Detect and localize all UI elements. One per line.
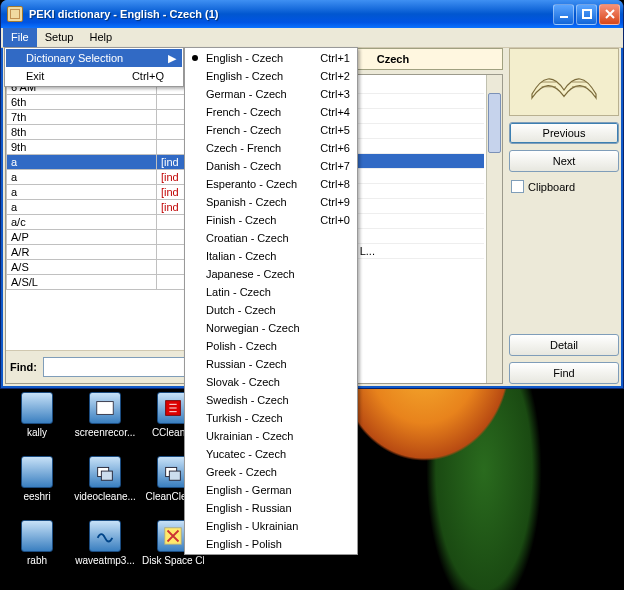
- desktop-icon[interactable]: kally: [4, 392, 70, 438]
- menuitem-dictionary-selection[interactable]: Dictionary Selection ▶: [6, 49, 182, 67]
- clipboard-checkbox[interactable]: Clipboard: [509, 178, 619, 195]
- submenu-label: Swedish - Czech: [206, 394, 289, 406]
- file-menu-dropdown: Dictionary Selection ▶ Exit Ctrl+Q: [4, 47, 184, 87]
- submenu-label: Czech - French: [206, 142, 281, 154]
- submenu-item[interactable]: Ukrainian - Czech: [186, 427, 356, 445]
- word-cell: a: [7, 185, 157, 200]
- minimize-button[interactable]: [553, 4, 574, 25]
- submenu-label: English - Czech: [206, 70, 283, 82]
- submenu-item[interactable]: English - German: [186, 481, 356, 499]
- desktop-icon-label: screenrecor...: [75, 427, 136, 438]
- clipboard-label: Clipboard: [528, 181, 575, 193]
- submenu-label: Esperanto - Czech: [206, 178, 297, 190]
- submenu-item[interactable]: Italian - Czech: [186, 247, 356, 265]
- submenu-label: English - German: [206, 484, 292, 496]
- submenu-item[interactable]: Croatian - Czech: [186, 229, 356, 247]
- submenu-shortcut: Ctrl+0: [310, 214, 350, 226]
- maximize-button[interactable]: [576, 4, 597, 25]
- submenu-item[interactable]: Turkish - Czech: [186, 409, 356, 427]
- submenu-label: Croatian - Czech: [206, 232, 289, 244]
- submenu-item[interactable]: English - Polish: [186, 535, 356, 553]
- word-cell: a: [7, 200, 157, 215]
- submenu-shortcut: Ctrl+7: [310, 160, 350, 172]
- submenu-shortcut: Ctrl+3: [310, 88, 350, 100]
- submenu-item[interactable]: Swedish - Czech: [186, 391, 356, 409]
- titlebar[interactable]: PEKI dictionary - English - Czech (1): [1, 0, 623, 28]
- detail-button[interactable]: Detail: [509, 334, 619, 356]
- submenu-item[interactable]: Spanish - CzechCtrl+9: [186, 193, 356, 211]
- menu-help[interactable]: Help: [81, 28, 120, 47]
- desktop-icon[interactable]: screenrecor...: [72, 392, 138, 438]
- actions-pane: Previous Next Clipboard Detail Find: [509, 48, 619, 384]
- word-cell: A/S: [7, 260, 157, 275]
- submenu-item[interactable]: Russian - Czech: [186, 355, 356, 373]
- submenu-arrow-icon: ▶: [168, 52, 176, 65]
- submenu-item[interactable]: English - CzechCtrl+1: [186, 49, 356, 67]
- submenu-label: Slovak - Czech: [206, 376, 280, 388]
- svg-rect-3: [101, 471, 112, 480]
- menu-file[interactable]: File: [3, 28, 37, 47]
- previous-button[interactable]: Previous: [509, 122, 619, 144]
- submenu-label: Finish - Czech: [206, 214, 276, 226]
- submenu-item[interactable]: English - Ukrainian: [186, 517, 356, 535]
- submenu-item[interactable]: Latin - Czech: [186, 283, 356, 301]
- submenu-item[interactable]: English - CzechCtrl+2: [186, 67, 356, 85]
- submenu-item[interactable]: Norwegian - Czech: [186, 319, 356, 337]
- submenu-label: Polish - Czech: [206, 340, 277, 352]
- submenu-item[interactable]: Danish - CzechCtrl+7: [186, 157, 356, 175]
- submenu-item[interactable]: Finish - CzechCtrl+0: [186, 211, 356, 229]
- checkbox-icon: [511, 180, 524, 193]
- submenu-shortcut: Ctrl+4: [310, 106, 350, 118]
- book-icon: [509, 48, 619, 116]
- submenu-item[interactable]: French - CzechCtrl+5: [186, 121, 356, 139]
- desktop-icons: kally screenrecor... CCleaner eeshri vid…: [0, 392, 206, 566]
- submenu-label: Spanish - Czech: [206, 196, 287, 208]
- menuitem-label: Dictionary Selection: [26, 52, 123, 64]
- submenu-label: Russian - Czech: [206, 358, 287, 370]
- submenu-label: Turkish - Czech: [206, 412, 283, 424]
- menuitem-shortcut: Ctrl+Q: [112, 70, 164, 82]
- submenu-shortcut: Ctrl+1: [310, 52, 350, 64]
- desktop-icon[interactable]: eeshri: [4, 456, 70, 502]
- submenu-label: Latin - Czech: [206, 286, 271, 298]
- submenu-shortcut: Ctrl+9: [310, 196, 350, 208]
- app-icon: [21, 392, 53, 424]
- submenu-label: Danish - Czech: [206, 160, 281, 172]
- desktop-icon-label: Disk Space Clean Clear: [142, 555, 204, 566]
- find-button[interactable]: Find: [509, 362, 619, 384]
- word-cell: 8th: [7, 125, 157, 140]
- desktop-icon[interactable]: waveatmp3...: [72, 520, 138, 566]
- scrollbar[interactable]: [486, 75, 502, 383]
- submenu-item[interactable]: English - Russian: [186, 499, 356, 517]
- submenu-item[interactable]: Yucatec - Czech: [186, 445, 356, 463]
- submenu-item[interactable]: Czech - FrenchCtrl+6: [186, 139, 356, 157]
- menuitem-label: Exit: [26, 70, 44, 82]
- submenu-item[interactable]: Esperanto - CzechCtrl+8: [186, 175, 356, 193]
- desktop-icon-label: rabh: [27, 555, 47, 566]
- submenu-item[interactable]: German - CzechCtrl+3: [186, 85, 356, 103]
- submenu-item[interactable]: Slovak - Czech: [186, 373, 356, 391]
- desktop-icon-label: eeshri: [23, 491, 50, 502]
- submenu-item[interactable]: French - CzechCtrl+4: [186, 103, 356, 121]
- menuitem-exit[interactable]: Exit Ctrl+Q: [6, 67, 182, 85]
- submenu-item[interactable]: Japanese - Czech: [186, 265, 356, 283]
- submenu-label: Japanese - Czech: [206, 268, 295, 280]
- next-button[interactable]: Next: [509, 150, 619, 172]
- submenu-item[interactable]: Polish - Czech: [186, 337, 356, 355]
- submenu-label: French - Czech: [206, 124, 281, 136]
- submenu-shortcut: Ctrl+6: [310, 142, 350, 154]
- desktop-icon[interactable]: rabh: [4, 520, 70, 566]
- scrollbar-thumb[interactable]: [488, 93, 501, 153]
- app-icon: [89, 456, 121, 488]
- submenu-label: French - Czech: [206, 106, 281, 118]
- app-icon: [21, 520, 53, 552]
- submenu-item[interactable]: Dutch - Czech: [186, 301, 356, 319]
- desktop-icon-label: kally: [27, 427, 47, 438]
- window-title: PEKI dictionary - English - Czech (1): [29, 8, 547, 20]
- svg-rect-7: [583, 10, 591, 18]
- desktop-icon[interactable]: videocleane...: [72, 456, 138, 502]
- submenu-label: English - Polish: [206, 538, 282, 550]
- menu-setup[interactable]: Setup: [37, 28, 82, 47]
- submenu-item[interactable]: Greek - Czech: [186, 463, 356, 481]
- close-button[interactable]: [599, 4, 620, 25]
